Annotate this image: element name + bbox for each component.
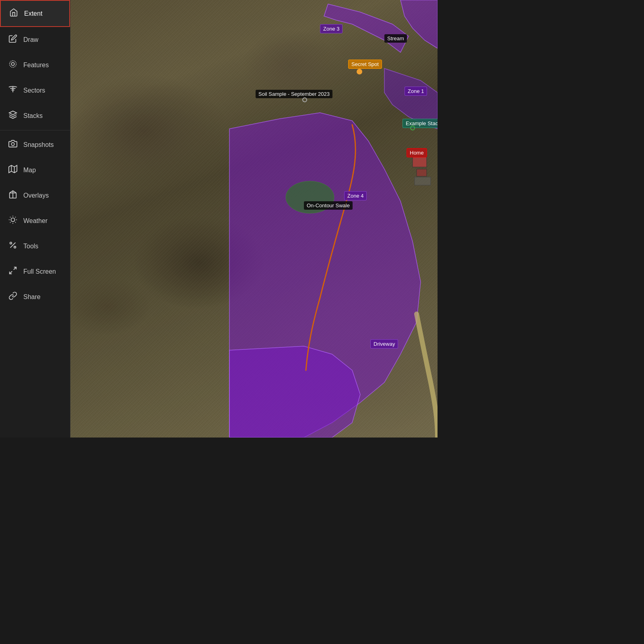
- svg-marker-26: [384, 68, 438, 129]
- sidebar-item-fullscreen[interactable]: Full Screen: [0, 259, 70, 284]
- sidebar-item-weather[interactable]: Weather: [0, 208, 70, 233]
- sidebar-item-share[interactable]: Share: [0, 284, 70, 310]
- svg-line-14: [15, 222, 16, 223]
- overlays-icon: [8, 190, 18, 201]
- svg-point-4: [11, 142, 14, 145]
- svg-line-19: [10, 243, 16, 248]
- map-svg-overlay: [70, 0, 438, 438]
- svg-rect-30: [413, 157, 427, 167]
- features-icon: [8, 60, 18, 70]
- svg-point-20: [10, 242, 12, 244]
- sidebar-item-draw[interactable]: Draw: [0, 27, 70, 52]
- svg-marker-5: [9, 165, 17, 173]
- sidebar-item-label-weather: Weather: [23, 217, 47, 225]
- sidebar: ExtentDrawFeaturesSectorsStacksSnapshots…: [0, 0, 70, 438]
- svg-rect-31: [417, 169, 427, 176]
- share-icon: [8, 291, 18, 302]
- sectors-icon: [8, 85, 18, 96]
- svg-point-21: [14, 246, 16, 248]
- sidebar-item-label-tools: Tools: [23, 243, 38, 250]
- sidebar-item-label-extent: Extent: [24, 10, 42, 17]
- svg-point-28: [286, 181, 334, 213]
- map-dot-dot-stack: [410, 126, 415, 130]
- sidebar-item-label-share: Share: [23, 293, 41, 301]
- sidebar-item-label-sectors: Sectors: [23, 87, 45, 94]
- map-area[interactable]: Zone 3StreamSecret SpotZone 1Soil Sample…: [70, 0, 438, 438]
- sidebar-item-snapshots[interactable]: Snapshots: [0, 132, 70, 157]
- extent-icon: [9, 8, 19, 19]
- sidebar-item-features[interactable]: Features: [0, 52, 70, 78]
- sidebar-item-label-features: Features: [23, 62, 49, 69]
- draw-icon: [8, 34, 18, 45]
- sidebar-item-stacks[interactable]: Stacks: [0, 103, 70, 128]
- map-dot-dot-soil: [302, 97, 307, 102]
- fullscreen-icon: [8, 266, 18, 277]
- snapshots-icon: [8, 139, 18, 150]
- svg-line-13: [10, 217, 10, 217]
- sidebar-item-label-overlays: Overlays: [23, 192, 49, 199]
- svg-line-22: [14, 267, 16, 270]
- sidebar-item-map[interactable]: Map: [0, 157, 70, 183]
- sidebar-item-label-snapshots: Snapshots: [23, 141, 54, 149]
- sidebar-item-tools[interactable]: Tools: [0, 233, 70, 259]
- sidebar-item-sectors[interactable]: Sectors: [0, 78, 70, 103]
- svg-marker-25: [324, 4, 409, 52]
- sidebar-item-label-draw: Draw: [23, 36, 38, 43]
- svg-marker-3: [9, 111, 17, 115]
- map-icon: [8, 165, 18, 175]
- svg-line-17: [10, 222, 10, 223]
- sidebar-item-extent[interactable]: Extent: [0, 0, 70, 27]
- sidebar-item-label-map: Map: [23, 167, 36, 174]
- svg-line-23: [10, 271, 12, 274]
- sidebar-item-overlays[interactable]: Overlays: [0, 183, 70, 208]
- map-dot-dot-secret: [357, 69, 362, 74]
- sidebar-item-label-fullscreen: Full Screen: [23, 268, 56, 275]
- svg-point-1: [10, 61, 17, 68]
- tools-icon: [8, 241, 18, 252]
- svg-rect-32: [415, 177, 431, 185]
- stacks-icon: [8, 110, 18, 121]
- weather-icon: [8, 215, 18, 226]
- svg-point-0: [11, 62, 14, 65]
- sidebar-item-label-stacks: Stacks: [23, 112, 43, 120]
- svg-point-10: [11, 218, 14, 221]
- svg-line-18: [15, 217, 16, 217]
